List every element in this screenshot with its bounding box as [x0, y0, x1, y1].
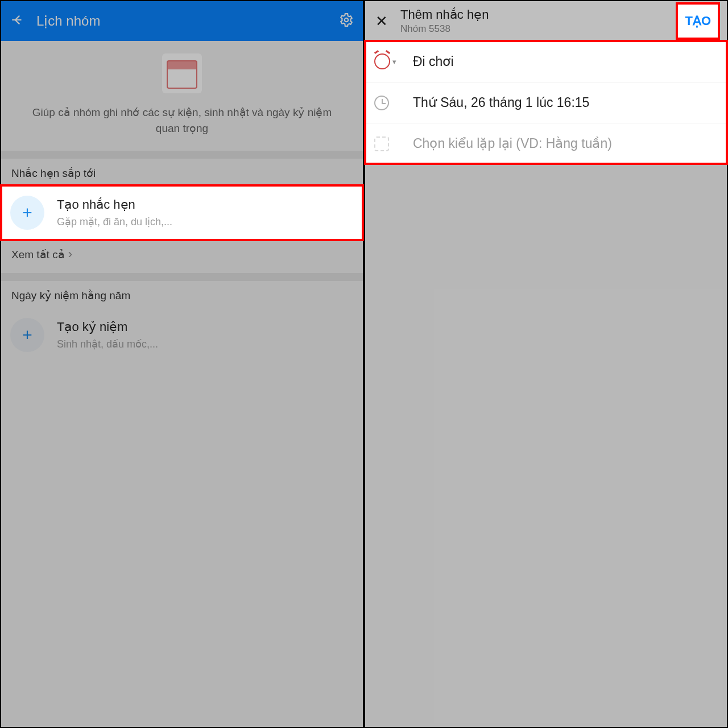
- intro-text: Giúp cả nhóm ghi nhớ các sự kiện, sinh n…: [24, 105, 340, 136]
- reminder-datetime-row[interactable]: Thứ Sáu, 26 tháng 1 lúc 16:15: [365, 82, 727, 123]
- back-icon[interactable]: [10, 13, 25, 30]
- page-title: Lịch nhóm: [36, 13, 100, 29]
- create-reminder-button[interactable]: + Tạo nhắc hẹn Gặp mặt, đi ăn, du lịch,.…: [1, 185, 363, 240]
- create-button[interactable]: TẠO: [677, 3, 719, 39]
- anniversary-label: Ngày kỷ niệm hằng năm: [1, 281, 363, 308]
- group-calendar-screen: Lịch nhóm Giúp cả nhóm ghi nhớ các sự ki…: [1, 1, 363, 727]
- section-divider: [1, 151, 363, 159]
- gear-icon[interactable]: [339, 13, 354, 30]
- create-anniversary-button[interactable]: + Tạo kỷ niệm Sinh nhật, dấu mốc,...: [1, 308, 363, 362]
- clock-icon: [374, 96, 389, 110]
- svg-point-0: [345, 18, 349, 22]
- alarm-clock-icon: [374, 53, 390, 69]
- close-icon[interactable]: ✕: [373, 13, 390, 30]
- reminder-name-input[interactable]: Đi chơi: [413, 54, 454, 69]
- add-reminder-header: ✕ Thêm nhắc hẹn Nhóm 5538 TẠO: [365, 1, 727, 41]
- header-bar: Lịch nhóm: [1, 1, 363, 41]
- header-title: Thêm nhắc hẹn: [400, 7, 489, 22]
- plus-icon: +: [10, 196, 44, 230]
- create-anniv-title: Tạo kỷ niệm: [57, 320, 158, 334]
- reminder-datetime: Thứ Sáu, 26 tháng 1 lúc 16:15: [413, 95, 589, 110]
- chevron-down-icon[interactable]: ▾: [392, 57, 396, 66]
- section-divider: [1, 273, 363, 281]
- intro-block: Giúp cả nhóm ghi nhớ các sự kiện, sinh n…: [1, 41, 363, 151]
- view-all-link[interactable]: Xem tất cả: [1, 240, 363, 273]
- upcoming-label: Nhắc hẹn sắp tới: [1, 159, 363, 185]
- create-anniv-sub: Sinh nhật, dấu mốc,...: [57, 338, 158, 350]
- reminder-repeat-row[interactable]: Chọn kiểu lặp lại (VD: Hằng tuần): [365, 123, 727, 164]
- create-reminder-highlight: + Tạo nhắc hẹn Gặp mặt, đi ăn, du lịch,.…: [1, 185, 363, 240]
- plus-icon: +: [10, 318, 44, 352]
- create-reminder-title: Tạo nhắc hẹn: [57, 197, 172, 212]
- reminder-form-highlight: ▾ Đi chơi Thứ Sáu, 26 tháng 1 lúc 16:15 …: [365, 41, 727, 164]
- calendar-icon: [162, 53, 202, 93]
- repeat-icon: [374, 136, 389, 151]
- add-reminder-screen: ✕ Thêm nhắc hẹn Nhóm 5538 TẠO ▾ Đi chơi …: [365, 1, 727, 727]
- reminder-name-row[interactable]: ▾ Đi chơi: [365, 41, 727, 82]
- create-reminder-sub: Gặp mặt, đi ăn, du lịch,...: [57, 216, 172, 228]
- header-subtitle: Nhóm 5538: [400, 23, 489, 35]
- repeat-placeholder: Chọn kiểu lặp lại (VD: Hằng tuần): [413, 136, 612, 151]
